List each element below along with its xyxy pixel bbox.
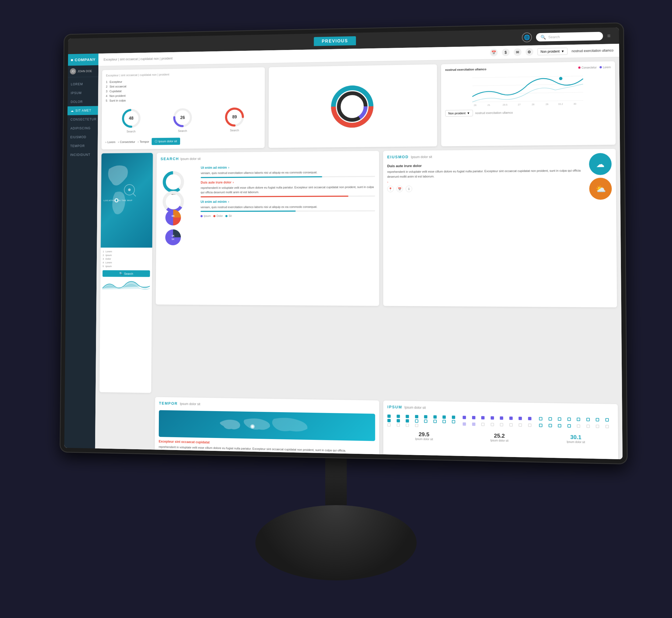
eiusmod-text: reprehenderit in voluptate velit esse ci… <box>387 168 585 179</box>
dashboard: Excepteur | sint occaecat | cupidatat no… <box>95 57 622 459</box>
ipsum-stats-card: IPSUM Ipsum dolor sit <box>383 401 618 459</box>
sidebar-nav: LOREM IPSUM DOLOR ☁ SIT AMET CONSECTETUR… <box>64 77 98 448</box>
line-chart-card: nostrud exercitation ullamco Consectetur <box>441 61 616 146</box>
nav-tempor[interactable]: ›Tempor <box>137 138 149 145</box>
stat-circle-89: 89 Search <box>224 106 245 132</box>
search-card-title: SEARCH <box>161 157 179 161</box>
monitor-base <box>255 505 417 581</box>
globe-icon[interactable]: 🌐 <box>522 32 532 42</box>
svg-line-10 <box>472 76 583 78</box>
toolbar-right: 📅 $ ✉ ⚙ Non proident ▼ nostrud exercitat… <box>490 46 614 57</box>
legend-lorem: Lorem <box>599 66 611 69</box>
ipsum-subtitle: Ipsum dolor sit <box>404 406 426 410</box>
sidebar-user: JD JOHN DOE <box>68 65 98 77</box>
tempor-title: TEMPOR <box>159 401 178 406</box>
app-shell: ■ COMPANY JD JOHN DOE LOREM IPSUM DOLOR … <box>64 44 622 459</box>
search-card-content: 2.1K 1K <box>160 165 375 252</box>
search-icon: 🔍 <box>541 34 546 40</box>
calendar-icon-small[interactable]: 📅 <box>396 186 403 192</box>
hamburger-icon[interactable]: ≡ <box>607 32 610 39</box>
svg-line-27 <box>133 194 136 196</box>
donut-chart-card <box>269 64 437 148</box>
sidebar-item-consectetur[interactable]: CONSECTETUR <box>68 115 98 124</box>
donut-chart <box>330 85 374 128</box>
section-text-3: veniam, quis nostrud exercitation ullamc… <box>200 204 375 210</box>
pie-charts: 2.1K 1K <box>160 166 197 252</box>
wave-chart <box>102 278 150 292</box>
svg-text:26: 26 <box>532 103 535 106</box>
eiusmod-card: EIUSMOD Ipsum dolor sit Duis aute irure … <box>383 149 617 307</box>
progress-3 <box>200 210 375 212</box>
row-2: LOCATION ON THE MAP 1Lorem 2Ipsum 3Dolor… <box>99 149 618 400</box>
sidebar-item-incididunt[interactable]: INCIDIDUNT <box>67 150 98 159</box>
dropdown-non-proident[interactable]: Non proident ▼ <box>537 48 567 56</box>
eiusmod-icons: 📍 📅 ℹ <box>387 185 585 192</box>
stat-label-48: Search <box>126 130 135 133</box>
map-list: 1Lorem 2Ipsum 3Dolor 4Lorem 5Ipsum <box>103 249 150 268</box>
company-logo: ■ COMPANY <box>68 54 99 66</box>
currency-icon[interactable]: $ <box>502 48 510 57</box>
dots-grid-2 <box>463 416 536 429</box>
stat-value-26: 26 <box>180 115 185 120</box>
ipsum-dolor-button[interactable]: ⓘ Ipsum dolor sit <box>152 137 180 145</box>
breadcrumb: Excepteur | sint occaecat | cupidatat no… <box>103 57 173 62</box>
sidebar-item-dolor[interactable]: DOLOR <box>68 97 98 106</box>
tempor-link-1[interactable]: Consectetur <box>159 452 174 455</box>
map-background: LOCATION ON THE MAP <box>101 153 153 248</box>
cloud-icon-large: ☁ <box>589 153 611 175</box>
svg-point-26 <box>128 188 131 191</box>
eiusmod-link[interactable]: › <box>387 179 585 184</box>
sidebar-item-eiusmod[interactable]: EIUSMOD <box>67 132 98 141</box>
tempor-subtitle: Ipsum dolor sit <box>180 402 200 406</box>
section-link-3[interactable]: Ut enim ad minim › <box>200 199 375 203</box>
line-chart-svg: 26 21 29.5 27 26 28 33.2 30 <box>445 70 611 108</box>
row-1: Excepteur | sint occaecat | cupidatat no… <box>102 61 616 149</box>
sidebar-item-adipiscing[interactable]: ADIPISCING <box>67 124 98 133</box>
dots-grid-3 <box>539 417 614 431</box>
pie-legend: Ipsum Dolor Sit <box>200 214 375 218</box>
tempor-link-2[interactable]: Excepteur sint <box>178 452 196 455</box>
section-link-2[interactable]: Duis aute irure dolor › <box>201 180 375 184</box>
svg-text:5K: 5K <box>172 238 175 240</box>
pie-charts-svg: 2.1K 1K <box>160 166 197 251</box>
eiusmod-subtitle: Ipsum dolor sit <box>411 155 432 159</box>
pin-icon[interactable]: 📍 <box>387 186 394 192</box>
svg-text:21: 21 <box>487 104 490 106</box>
dots-grid-1 <box>387 415 460 428</box>
svg-text:6K: 6K <box>172 215 175 217</box>
browser-tab[interactable]: PREVIOUS <box>314 36 356 46</box>
map-search-button[interactable]: 🔍 Search <box>102 270 150 277</box>
stat-list: 1Excepteur 2Sint occaecat 3Cupidatat 4No… <box>106 77 261 103</box>
section-text-2: reprehenderit in voluptate velit esse ci… <box>200 185 375 195</box>
nav-lorem[interactable]: ›Lorem <box>105 138 115 145</box>
dots-grids <box>387 415 614 431</box>
svg-text:33.2: 33.2 <box>558 103 563 106</box>
weather-icon-large: ⛅ <box>589 178 612 200</box>
chart-label: nostrud exercitation ullamco <box>475 111 512 115</box>
map-card: LOCATION ON THE MAP 1Lorem 2Ipsum 3Dolor… <box>99 153 153 393</box>
settings-icon[interactable]: ⚙ <box>525 48 533 56</box>
stat-label-26: Search <box>178 129 187 132</box>
sidebar-item-lorem[interactable]: LOREM <box>68 80 98 89</box>
info-icon[interactable]: ℹ <box>406 186 412 192</box>
nav-consectetur[interactable]: ›Consectetur <box>118 138 135 145</box>
stat-label-89: Search <box>230 129 239 132</box>
sidebar-item-tempor[interactable]: TEMPOR <box>67 141 98 150</box>
chart-dropdown[interactable]: Non proident ▼ <box>445 110 473 117</box>
tempor-card: TEMPOR Ipsum dolor sit <box>155 397 379 459</box>
sidebar-item-ipsum[interactable]: IPSUM <box>68 88 98 98</box>
section-link-1[interactable]: Ut enim ad minim › <box>201 165 375 170</box>
sidebar-item-sit-amet[interactable]: ☁ SIT AMET <box>68 106 98 115</box>
mail-icon[interactable]: ✉ <box>514 48 521 56</box>
row-3: TEMPOR Ipsum dolor sit <box>99 396 618 459</box>
sidebar: ■ COMPANY JD JOHN DOE LOREM IPSUM DOLOR … <box>64 54 98 448</box>
svg-text:28: 28 <box>546 103 549 106</box>
svg-text:1K: 1K <box>172 234 175 237</box>
svg-text:27: 27 <box>518 103 520 106</box>
calendar-icon[interactable]: 📅 <box>490 48 498 57</box>
browser-search-bar[interactable]: 🔍 Search <box>536 32 603 41</box>
progress-2 <box>200 195 375 197</box>
eiusmod-heading: Duis aute irure dolor <box>387 163 585 168</box>
ipsum-stats: 29.5 Ipsum dolor sit 25.2 Ipsum dolor si… <box>387 431 614 444</box>
search-card-subtitle: Ipsum dolor sit <box>180 157 201 161</box>
